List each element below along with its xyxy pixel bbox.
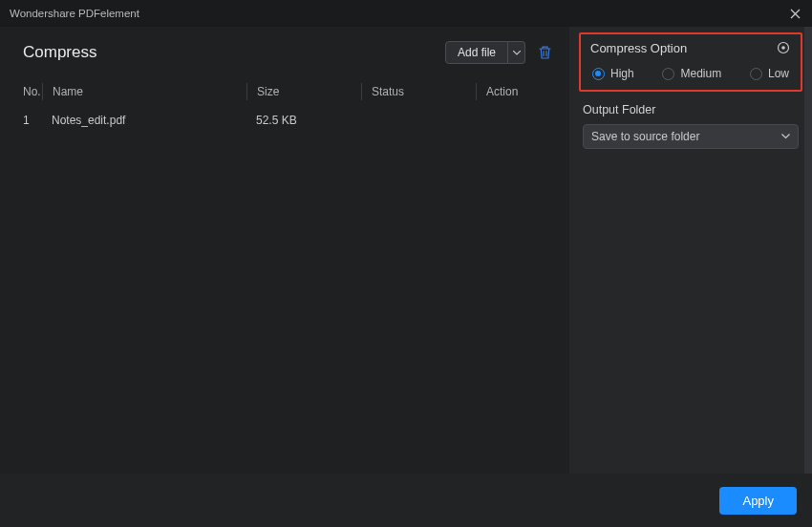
chevron-down-icon: [513, 51, 521, 55]
page-title: Compress: [23, 43, 96, 62]
output-folder-label: Output Folder: [583, 103, 799, 116]
radio-icon: [662, 68, 674, 80]
col-header-size: Size: [246, 83, 361, 100]
options-panel: Compress Option High Medium Low: [569, 27, 812, 474]
radio-label-high: High: [610, 67, 634, 80]
cell-no: 1: [0, 114, 42, 127]
close-icon: [790, 9, 801, 19]
output-folder-section: Output Folder Save to source folder: [579, 99, 802, 149]
radio-label-low: Low: [768, 67, 789, 80]
dropdown-value: Save to source folder: [591, 130, 699, 143]
file-table: No. Name Size Status Action 1 Notes_edit…: [0, 76, 569, 134]
radio-icon: [592, 68, 605, 80]
radio-label-medium: Medium: [680, 67, 721, 80]
add-file-button[interactable]: Add file: [445, 41, 508, 64]
chevron-down-icon: [781, 134, 790, 139]
compress-option-box: Compress Option High Medium Low: [579, 32, 802, 92]
cell-name: Notes_edit.pdf: [42, 114, 246, 127]
trash-icon: [538, 45, 552, 60]
compress-settings-button[interactable]: [776, 40, 791, 55]
close-button[interactable]: [787, 6, 802, 21]
radio-high[interactable]: High: [592, 67, 634, 80]
col-header-no: No.: [0, 85, 42, 98]
table-header: No. Name Size Status Action: [0, 76, 569, 107]
scrollbar[interactable]: [804, 27, 812, 474]
add-file-group: Add file: [445, 41, 525, 64]
apply-button[interactable]: Apply: [719, 487, 797, 515]
table-row[interactable]: 1 Notes_edit.pdf 52.5 KB: [0, 107, 569, 134]
col-header-action: Action: [476, 83, 569, 100]
output-folder-dropdown[interactable]: Save to source folder: [583, 124, 799, 149]
svg-point-1: [781, 46, 785, 50]
radio-low[interactable]: Low: [750, 67, 789, 80]
add-file-dropdown[interactable]: [508, 41, 525, 64]
footer: Apply: [0, 474, 812, 527]
compress-option-title: Compress Option: [590, 41, 687, 55]
radio-icon: [750, 68, 762, 80]
file-list-panel: Compress Add file No. Name Size Status: [0, 27, 569, 474]
cell-size: 52.5 KB: [246, 114, 361, 127]
radio-medium[interactable]: Medium: [662, 67, 721, 80]
col-header-status: Status: [361, 83, 476, 100]
delete-button[interactable]: [535, 43, 554, 62]
app-title: Wondershare PDFelement: [10, 8, 139, 19]
gear-icon: [777, 41, 790, 54]
col-header-name: Name: [42, 83, 246, 100]
titlebar: Wondershare PDFelement: [0, 0, 812, 27]
